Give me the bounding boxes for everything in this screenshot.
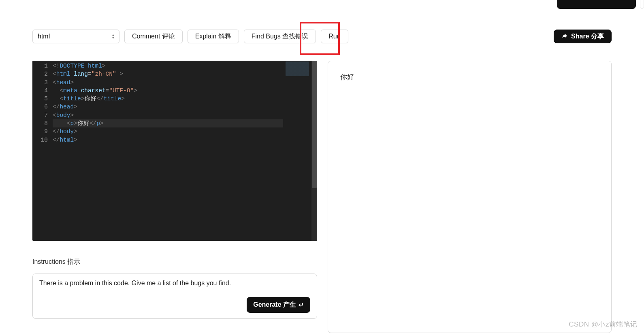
- workspace: 12345678910 <!DOCTYPE html><html lang="z…: [32, 61, 612, 333]
- minimap-thumb: [286, 62, 309, 76]
- header-divider: [0, 12, 644, 12]
- chevron-updown-icon: ▴▾: [112, 34, 114, 39]
- watermark-text: CSDN @小z前端笔记: [569, 320, 638, 329]
- editor-gutter: 12345678910: [32, 61, 53, 241]
- code-line[interactable]: <html lang="zh-CN" >: [53, 70, 317, 78]
- editor-scrollbar[interactable]: [311, 61, 317, 241]
- enter-icon: ↵: [299, 301, 304, 309]
- code-line[interactable]: </html>: [53, 136, 317, 144]
- code-line[interactable]: <title>你好</title>: [53, 95, 317, 103]
- code-line[interactable]: <body>: [53, 111, 317, 119]
- share-button[interactable]: Share 分享: [554, 30, 612, 43]
- right-column: 你好: [328, 61, 612, 333]
- header-dark-button[interactable]: [557, 0, 636, 9]
- language-select-value: html: [38, 33, 50, 40]
- explain-button[interactable]: Explain 解释: [188, 30, 239, 43]
- code-line[interactable]: <head>: [53, 78, 317, 87]
- preview-panel[interactable]: 你好: [328, 61, 612, 333]
- code-line[interactable]: </head>: [53, 103, 317, 111]
- editor-minimap[interactable]: [284, 61, 311, 241]
- instructions-input[interactable]: There is a problem in this code. Give me…: [39, 280, 310, 290]
- editor-code-area[interactable]: <!DOCTYPE html><html lang="zh-CN" ><head…: [53, 61, 317, 241]
- comment-button[interactable]: Comment 评论: [124, 30, 183, 43]
- generate-button-label: Generate 产生: [253, 301, 296, 309]
- run-button[interactable]: Run: [321, 30, 348, 43]
- instructions-box: There is a problem in this code. Give me…: [32, 274, 317, 319]
- header-right-edge-button[interactable]: [640, 0, 644, 9]
- code-line[interactable]: <!DOCTYPE html>: [53, 62, 317, 70]
- code-line[interactable]: </body>: [53, 127, 317, 136]
- find-bugs-button[interactable]: Find Bugs 查找错误: [244, 30, 316, 43]
- preview-output: 你好: [340, 73, 354, 81]
- share-button-label: Share 分享: [571, 32, 604, 41]
- instructions-label: Instructions 指示: [32, 258, 317, 266]
- editor-active-line: [53, 119, 283, 127]
- left-column: 12345678910 <!DOCTYPE html><html lang="z…: [32, 61, 317, 333]
- language-select[interactable]: html ▴▾: [32, 30, 119, 43]
- generate-button[interactable]: Generate 产生 ↵: [247, 297, 310, 313]
- code-editor[interactable]: 12345678910 <!DOCTYPE html><html lang="z…: [32, 61, 317, 241]
- share-icon: [561, 33, 568, 40]
- toolbar: html ▴▾ Comment 评论 Explain 解释 Find Bugs …: [32, 30, 612, 43]
- code-line[interactable]: <meta charset="UTF-8">: [53, 87, 317, 95]
